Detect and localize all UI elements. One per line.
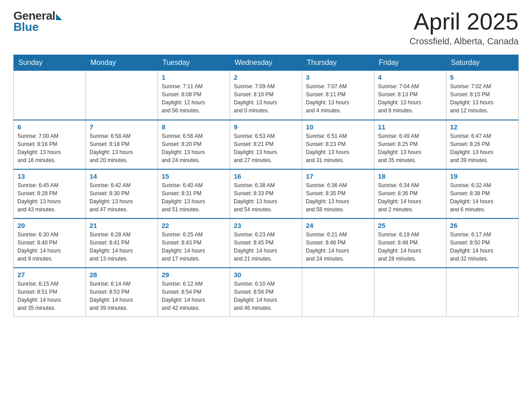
day-number: 16 bbox=[234, 172, 298, 180]
calendar-cell: 21Sunrise: 6:28 AM Sunset: 8:41 PM Dayli… bbox=[86, 218, 158, 268]
calendar-cell: 2Sunrise: 7:09 AM Sunset: 8:10 PM Daylig… bbox=[230, 71, 302, 120]
day-info: Sunrise: 6:15 AM Sunset: 8:51 PM Dayligh… bbox=[17, 280, 82, 312]
day-info: Sunrise: 6:32 AM Sunset: 8:38 PM Dayligh… bbox=[450, 181, 515, 214]
calendar-cell: 27Sunrise: 6:15 AM Sunset: 8:51 PM Dayli… bbox=[14, 268, 86, 317]
day-number: 24 bbox=[306, 222, 370, 229]
day-info: Sunrise: 6:38 AM Sunset: 8:33 PM Dayligh… bbox=[234, 181, 298, 214]
day-of-week-header: Friday bbox=[374, 55, 446, 71]
day-number: 6 bbox=[17, 123, 82, 131]
day-info: Sunrise: 6:58 AM Sunset: 8:18 PM Dayligh… bbox=[90, 132, 154, 164]
day-info: Sunrise: 6:30 AM Sunset: 8:40 PM Dayligh… bbox=[17, 231, 82, 263]
calendar-cell: 29Sunrise: 6:12 AM Sunset: 8:54 PM Dayli… bbox=[158, 268, 230, 317]
calendar-cell: 4Sunrise: 7:04 AM Sunset: 8:13 PM Daylig… bbox=[374, 71, 446, 120]
calendar-cell: 22Sunrise: 6:25 AM Sunset: 8:43 PM Dayli… bbox=[158, 218, 230, 268]
day-info: Sunrise: 6:19 AM Sunset: 8:48 PM Dayligh… bbox=[378, 231, 442, 263]
calendar-cell: 10Sunrise: 6:51 AM Sunset: 8:23 PM Dayli… bbox=[302, 120, 374, 169]
calendar-table: SundayMondayTuesdayWednesdayThursdayFrid… bbox=[13, 55, 519, 317]
day-info: Sunrise: 6:25 AM Sunset: 8:43 PM Dayligh… bbox=[162, 231, 226, 263]
logo-blue-text: Blue bbox=[13, 20, 39, 34]
calendar-cell: 14Sunrise: 6:42 AM Sunset: 8:30 PM Dayli… bbox=[86, 169, 158, 218]
calendar-cell: 17Sunrise: 6:36 AM Sunset: 8:35 PM Dayli… bbox=[302, 169, 374, 218]
calendar-cell: 30Sunrise: 6:10 AM Sunset: 8:56 PM Dayli… bbox=[230, 268, 302, 317]
day-number: 14 bbox=[90, 172, 154, 180]
day-info: Sunrise: 6:42 AM Sunset: 8:30 PM Dayligh… bbox=[90, 181, 154, 214]
day-number: 4 bbox=[378, 73, 442, 81]
calendar-cell: 13Sunrise: 6:45 AM Sunset: 8:28 PM Dayli… bbox=[14, 169, 86, 218]
day-number: 15 bbox=[162, 172, 226, 180]
calendar-cell: 26Sunrise: 6:17 AM Sunset: 8:50 PM Dayli… bbox=[446, 218, 519, 268]
day-info: Sunrise: 6:28 AM Sunset: 8:41 PM Dayligh… bbox=[90, 231, 154, 263]
day-number: 19 bbox=[450, 172, 515, 180]
calendar-week-row: 1Sunrise: 7:11 AM Sunset: 8:08 PM Daylig… bbox=[14, 71, 519, 120]
calendar-week-row: 27Sunrise: 6:15 AM Sunset: 8:51 PM Dayli… bbox=[14, 268, 519, 317]
day-info: Sunrise: 6:53 AM Sunset: 8:21 PM Dayligh… bbox=[234, 132, 298, 164]
calendar-cell: 16Sunrise: 6:38 AM Sunset: 8:33 PM Dayli… bbox=[230, 169, 302, 218]
day-of-week-header: Sunday bbox=[14, 55, 86, 71]
day-info: Sunrise: 6:49 AM Sunset: 8:25 PM Dayligh… bbox=[378, 132, 442, 164]
day-number: 25 bbox=[378, 222, 442, 229]
calendar-cell bbox=[302, 268, 374, 317]
day-info: Sunrise: 6:36 AM Sunset: 8:35 PM Dayligh… bbox=[306, 181, 370, 214]
calendar-header-row: SundayMondayTuesdayWednesdayThursdayFrid… bbox=[14, 55, 519, 71]
location-title: Crossfield, Alberta, Canada bbox=[410, 36, 519, 47]
calendar-cell: 1Sunrise: 7:11 AM Sunset: 8:08 PM Daylig… bbox=[158, 71, 230, 120]
calendar-cell bbox=[374, 268, 446, 317]
day-number: 18 bbox=[378, 172, 442, 180]
calendar-week-row: 6Sunrise: 7:00 AM Sunset: 8:16 PM Daylig… bbox=[14, 120, 519, 169]
calendar-cell: 19Sunrise: 6:32 AM Sunset: 8:38 PM Dayli… bbox=[446, 169, 519, 218]
calendar-cell: 24Sunrise: 6:21 AM Sunset: 8:46 PM Dayli… bbox=[302, 218, 374, 268]
calendar-cell: 5Sunrise: 7:02 AM Sunset: 8:15 PM Daylig… bbox=[446, 71, 519, 120]
calendar-cell: 18Sunrise: 6:34 AM Sunset: 8:36 PM Dayli… bbox=[374, 169, 446, 218]
calendar-week-row: 13Sunrise: 6:45 AM Sunset: 8:28 PM Dayli… bbox=[14, 169, 519, 218]
day-info: Sunrise: 7:04 AM Sunset: 8:13 PM Dayligh… bbox=[378, 82, 442, 115]
day-info: Sunrise: 7:11 AM Sunset: 8:08 PM Dayligh… bbox=[162, 82, 226, 115]
day-number: 20 bbox=[17, 222, 82, 229]
day-number: 27 bbox=[17, 271, 82, 278]
day-of-week-header: Saturday bbox=[446, 55, 519, 71]
day-number: 30 bbox=[234, 271, 298, 278]
calendar-cell: 11Sunrise: 6:49 AM Sunset: 8:25 PM Dayli… bbox=[374, 120, 446, 169]
day-number: 13 bbox=[17, 172, 82, 180]
day-info: Sunrise: 6:56 AM Sunset: 8:20 PM Dayligh… bbox=[162, 132, 226, 164]
day-info: Sunrise: 6:45 AM Sunset: 8:28 PM Dayligh… bbox=[17, 181, 82, 214]
calendar-cell bbox=[14, 71, 86, 120]
day-number: 26 bbox=[450, 222, 515, 229]
day-info: Sunrise: 6:47 AM Sunset: 8:26 PM Dayligh… bbox=[450, 132, 515, 164]
calendar-week-row: 20Sunrise: 6:30 AM Sunset: 8:40 PM Dayli… bbox=[14, 218, 519, 268]
day-number: 11 bbox=[378, 123, 442, 131]
calendar-cell: 8Sunrise: 6:56 AM Sunset: 8:20 PM Daylig… bbox=[158, 120, 230, 169]
day-info: Sunrise: 6:17 AM Sunset: 8:50 PM Dayligh… bbox=[450, 231, 515, 263]
calendar-cell: 7Sunrise: 6:58 AM Sunset: 8:18 PM Daylig… bbox=[86, 120, 158, 169]
calendar-cell: 15Sunrise: 6:40 AM Sunset: 8:31 PM Dayli… bbox=[158, 169, 230, 218]
calendar-cell bbox=[446, 268, 519, 317]
logo-arrow-icon bbox=[56, 14, 62, 20]
day-of-week-header: Thursday bbox=[302, 55, 374, 71]
day-of-week-header: Wednesday bbox=[230, 55, 302, 71]
day-info: Sunrise: 6:12 AM Sunset: 8:54 PM Dayligh… bbox=[162, 280, 226, 312]
day-number: 17 bbox=[306, 172, 370, 180]
calendar-cell: 23Sunrise: 6:23 AM Sunset: 8:45 PM Dayli… bbox=[230, 218, 302, 268]
calendar-cell bbox=[86, 71, 158, 120]
calendar-cell: 9Sunrise: 6:53 AM Sunset: 8:21 PM Daylig… bbox=[230, 120, 302, 169]
day-number: 22 bbox=[162, 222, 226, 229]
day-number: 7 bbox=[90, 123, 154, 131]
day-info: Sunrise: 6:21 AM Sunset: 8:46 PM Dayligh… bbox=[306, 231, 370, 263]
day-info: Sunrise: 6:34 AM Sunset: 8:36 PM Dayligh… bbox=[378, 181, 442, 214]
calendar-cell: 28Sunrise: 6:14 AM Sunset: 8:53 PM Dayli… bbox=[86, 268, 158, 317]
day-info: Sunrise: 6:10 AM Sunset: 8:56 PM Dayligh… bbox=[234, 280, 298, 312]
day-info: Sunrise: 7:00 AM Sunset: 8:16 PM Dayligh… bbox=[17, 132, 82, 164]
day-info: Sunrise: 6:51 AM Sunset: 8:23 PM Dayligh… bbox=[306, 132, 370, 164]
calendar-cell: 20Sunrise: 6:30 AM Sunset: 8:40 PM Dayli… bbox=[14, 218, 86, 268]
day-number: 21 bbox=[90, 222, 154, 229]
day-number: 8 bbox=[162, 123, 226, 131]
title-area: April 2025 Crossfield, Alberta, Canada bbox=[410, 9, 519, 47]
day-number: 5 bbox=[450, 73, 515, 81]
calendar-cell: 6Sunrise: 7:00 AM Sunset: 8:16 PM Daylig… bbox=[14, 120, 86, 169]
day-number: 1 bbox=[162, 73, 226, 81]
day-number: 29 bbox=[162, 271, 226, 278]
day-number: 2 bbox=[234, 73, 298, 81]
day-number: 9 bbox=[234, 123, 298, 131]
day-info: Sunrise: 6:40 AM Sunset: 8:31 PM Dayligh… bbox=[162, 181, 226, 214]
day-number: 23 bbox=[234, 222, 298, 229]
day-of-week-header: Tuesday bbox=[158, 55, 230, 71]
